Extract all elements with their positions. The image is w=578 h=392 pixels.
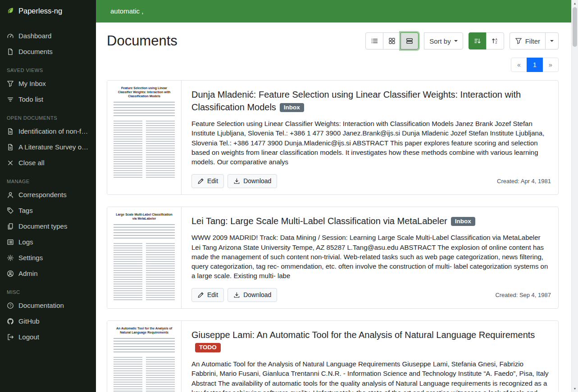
- tag-icon: [7, 207, 14, 214]
- sidebar-item-logout[interactable]: Logout: [0, 329, 96, 345]
- app-brand[interactable]: Paperless-ng: [0, 0, 96, 22]
- sort-by-dropdown[interactable]: Sort by: [424, 32, 463, 50]
- sidebar-item-label: Tags: [18, 207, 33, 214]
- sidebar-item-label: Identification of non-fu...: [18, 127, 89, 135]
- document-excerpt: An Automatic Tool for the Analysis of Na…: [191, 359, 551, 392]
- document-actions-row: EditDownloadCreated: Apr 4, 1981: [191, 174, 551, 188]
- sidebar-item-settings[interactable]: Settings: [0, 250, 96, 266]
- sidebar-item-dashboard[interactable]: Dashboard: [0, 28, 96, 44]
- document-excerpt: WWW 2009 MADRID! Track: Data Mining / Se…: [191, 233, 551, 280]
- page-title: Documents: [107, 33, 177, 49]
- sidebar-nav: DashboardDocumentsSAVED VIEWSMy InboxTod…: [0, 22, 96, 345]
- edit-button[interactable]: Edit: [191, 174, 224, 188]
- document-thumbnail[interactable]: An Automatic Tool for the Analysis of Na…: [107, 321, 182, 392]
- leaf-logo-icon: [7, 7, 14, 14]
- download-icon: [233, 292, 240, 298]
- created-date: Created: Apr 4, 1981: [497, 178, 551, 185]
- sort-direction-desc-button[interactable]: [469, 32, 487, 50]
- pagination-next[interactable]: »: [542, 58, 559, 72]
- sidebar-item-my-inbox[interactable]: My Inbox: [0, 76, 96, 91]
- file-text-icon: [7, 128, 14, 135]
- thumbnail-title-text: Feature Selection using Linear Classifie…: [114, 86, 174, 98]
- document-card-body: Dunja Mladenić: Feature Selection using …: [182, 81, 558, 194]
- pagination-prev[interactable]: «: [511, 58, 527, 72]
- tag-badge[interactable]: Inbox: [280, 103, 304, 113]
- document-title[interactable]: Giuseppe Lami: An Automatic Tool for the…: [191, 330, 535, 340]
- view-mode-toggle-group: [365, 32, 419, 50]
- document-excerpt: Feature Selection using Linear Classifie…: [191, 119, 551, 167]
- tag-badge[interactable]: Inbox: [451, 217, 475, 226]
- svg-text:Z: Z: [495, 41, 497, 44]
- sidebar-item-logs[interactable]: Logs: [0, 234, 96, 250]
- edit-button[interactable]: Edit: [191, 288, 224, 302]
- document-thumbnail[interactable]: Feature Selection using Linear Classifie…: [107, 81, 182, 194]
- scroll-down-arrow[interactable]: ▼: [572, 385, 578, 392]
- sidebar-item-correspondents[interactable]: Correspondents: [0, 187, 96, 203]
- thumbnail-text-columns: [114, 121, 175, 178]
- funnel-icon: [7, 80, 14, 87]
- document-card: Feature Selection using Linear Classifie…: [107, 80, 559, 195]
- sidebar-item-github[interactable]: GitHub: [0, 313, 96, 329]
- view-grid-button[interactable]: [383, 32, 401, 50]
- pagination-row: « 1 »: [107, 58, 559, 72]
- sidebar-item-close-all[interactable]: Close all: [0, 155, 96, 171]
- view-list-button[interactable]: [365, 32, 383, 50]
- main-content: Documents: [96, 23, 571, 392]
- download-button[interactable]: Download: [228, 288, 277, 302]
- scrollbar-thumb[interactable]: [573, 7, 577, 47]
- sidebar-item-tags[interactable]: Tags: [0, 203, 96, 218]
- caret-down-icon: [550, 40, 554, 42]
- sidebar-item-label: Todo list: [18, 95, 43, 103]
- sidebar-item-a-literature-survey-on[interactable]: A Literature Survey on ...: [0, 139, 96, 155]
- x-icon: [7, 159, 14, 167]
- sidebar-item-identification-of-non-fu[interactable]: Identification of non-fu...: [0, 123, 96, 139]
- document-title-row: Lei Tang: Large Scale Multi-Label Classi…: [191, 215, 551, 228]
- sidebar-item-label: Admin: [18, 270, 38, 277]
- filter-group: Filter: [510, 32, 559, 50]
- question-icon: ?: [7, 302, 14, 309]
- sort-alpha-button[interactable]: AZ: [486, 32, 504, 50]
- sidebar-section-title: OPEN DOCUMENTS: [0, 107, 96, 123]
- logs-icon: [7, 239, 14, 246]
- edit-button-label: Edit: [207, 177, 218, 185]
- sidebar-item-label: GitHub: [18, 317, 40, 325]
- file-icon: [7, 48, 14, 55]
- filter-label: Filter: [525, 37, 540, 45]
- tag-badge[interactable]: TODO: [195, 343, 221, 352]
- thumbnail-text-columns: [114, 357, 175, 392]
- document-thumbnail[interactable]: Large Scale Multi-Label Classification v…: [107, 207, 182, 308]
- search-input[interactable]: automatic ,: [96, 0, 571, 23]
- sidebar-item-documents[interactable]: Documents: [0, 44, 96, 59]
- sort-alpha-up-icon: AZ: [492, 37, 499, 45]
- gear-icon: [7, 254, 14, 261]
- sidebar-item-documentation[interactable]: ?Documentation: [0, 297, 96, 313]
- document-title[interactable]: Lei Tang: Large Scale Multi-Label Classi…: [191, 216, 447, 226]
- thumbnail-text-columns: [114, 243, 175, 301]
- document-title-row: Giuseppe Lami: An Automatic Tool for the…: [191, 329, 551, 354]
- document-card-body: Giuseppe Lami: An Automatic Tool for the…: [182, 321, 558, 392]
- pagination-page-1[interactable]: 1: [527, 58, 543, 72]
- sidebar-item-document-types[interactable]: Document types: [0, 218, 96, 234]
- sort-controls: Sort by: [424, 32, 463, 50]
- sidebar-section-title: MISC: [0, 281, 96, 297]
- filter-button[interactable]: Filter: [510, 32, 546, 50]
- download-button[interactable]: Download: [228, 174, 277, 188]
- sidebar-item-admin[interactable]: Admin: [0, 266, 96, 281]
- created-date: Created: Sep 4, 1987: [495, 292, 551, 298]
- sidebar-item-label: Close all: [18, 159, 45, 167]
- document-types-icon: [7, 223, 14, 230]
- dashboard-icon: [7, 32, 14, 40]
- document-title-row: Dunja Mladenić: Feature Selection using …: [191, 89, 551, 113]
- sidebar-item-label: My Inbox: [18, 80, 46, 87]
- scroll-up-arrow[interactable]: ▲: [572, 0, 578, 7]
- view-details-button[interactable]: [401, 32, 419, 50]
- document-title[interactable]: Dunja Mladenić: Feature Selection using …: [191, 90, 521, 112]
- topbar: automatic ,: [96, 0, 571, 23]
- sidebar: Paperless-ng DashboardDocumentsSAVED VIE…: [0, 0, 96, 392]
- sidebar-item-todo-list[interactable]: Todo list: [0, 91, 96, 107]
- scrollbar[interactable]: ▲ ▼: [571, 0, 578, 392]
- filter-icon: [7, 96, 14, 103]
- admin-icon: [7, 270, 14, 277]
- filter-dropdown-toggle[interactable]: [545, 32, 559, 50]
- document-list: Feature Selection using Linear Classifie…: [107, 80, 559, 392]
